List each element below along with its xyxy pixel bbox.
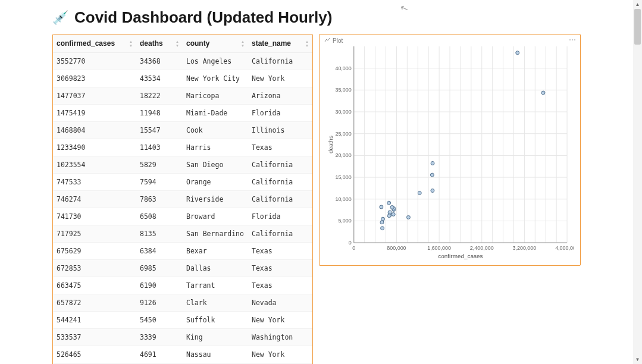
cell-confirmed_cases: 663475 [53, 277, 136, 294]
table-row[interactable]: 7179258135San BernardinoCalifornia [53, 225, 312, 243]
sort-icon[interactable]: ▲▼ [305, 40, 309, 48]
cell-state_name: Illinois [248, 122, 312, 139]
cell-confirmed_cases: 675629 [53, 243, 136, 260]
cell-county: Miami-Dade [183, 105, 248, 122]
sort-icon[interactable]: ▲▼ [241, 40, 245, 48]
scatter-point [541, 91, 545, 95]
scroll-thumb[interactable] [634, 9, 641, 45]
table-row[interactable]: 10235545829San DiegoCalifornia [53, 156, 312, 174]
sort-icon[interactable]: ▲▼ [176, 40, 179, 48]
cell-state_name: Florida [248, 105, 312, 122]
cell-deaths: 7594 [136, 174, 183, 191]
data-table: confirmed_cases ▲▼ deaths ▲▼ county ▲▼ [53, 34, 312, 364]
page-title-row: 💉 Covid Dashboard (Updated Hourly) [52, 8, 642, 27]
scroll-down-icon[interactable]: ▼ [633, 355, 642, 364]
cell-deaths: 18222 [136, 87, 183, 105]
syringe-icon: 💉 [52, 11, 68, 24]
cell-state_name: Texas [248, 139, 312, 156]
cell-deaths: 5829 [136, 156, 183, 174]
col-header-state-name[interactable]: state_name ▲▼ [248, 34, 312, 53]
cell-deaths: 6508 [136, 208, 183, 225]
table-row[interactable]: 123349011403HarrisTexas [53, 139, 312, 156]
cell-state_name: California [248, 191, 312, 208]
cell-confirmed_cases: 526465 [53, 346, 136, 363]
scatter-point [380, 205, 383, 209]
col-header-deaths[interactable]: deaths ▲▼ [136, 34, 183, 53]
svg-text:40,000: 40,000 [335, 65, 351, 71]
cell-confirmed_cases: 1233490 [53, 139, 136, 156]
scatter-point [516, 51, 519, 55]
svg-text:0: 0 [352, 245, 355, 251]
svg-text:35,000: 35,000 [335, 87, 351, 93]
sort-icon[interactable]: ▲▼ [129, 40, 133, 48]
svg-text:20,000: 20,000 [335, 152, 351, 158]
scatter-point [430, 173, 434, 177]
table-row[interactable]: 6634756190TarrantTexas [53, 277, 312, 294]
cell-county: Bexar [183, 243, 248, 260]
table-row[interactable]: 355277034368Los AngelesCalifornia [53, 53, 312, 70]
cell-state_name: Washington [248, 329, 312, 346]
cell-county: New York City [183, 70, 248, 87]
table-row[interactable]: 5264654691NassauNew York [53, 346, 312, 363]
cell-state_name: Texas [248, 260, 312, 277]
scroll-up-icon[interactable]: ▲ [633, 0, 642, 9]
svg-text:confirmed_cases: confirmed_cases [438, 253, 483, 259]
cell-state_name: Nevada [248, 294, 312, 312]
svg-text:5,000: 5,000 [338, 218, 351, 224]
svg-text:25,000: 25,000 [335, 131, 351, 137]
cell-state_name: New York [248, 70, 312, 87]
scatter-point [406, 215, 410, 219]
col-header-label: county [186, 39, 209, 48]
scatter-point [392, 212, 395, 216]
cell-confirmed_cases: 1023554 [53, 156, 136, 174]
table-row[interactable]: 147541911948Miami-DadeFlorida [53, 105, 312, 122]
scatter-point [431, 189, 434, 193]
cell-confirmed_cases: 1468804 [53, 122, 136, 139]
cell-deaths: 11403 [136, 139, 183, 156]
cell-county: Los Angeles [183, 53, 248, 70]
col-header-county[interactable]: county ▲▼ [183, 34, 248, 53]
cell-county: Tarrant [183, 277, 248, 294]
table-row[interactable]: 7475337594OrangeCalifornia [53, 174, 312, 191]
cell-state_name: New York [248, 312, 312, 329]
table-row[interactable]: 306982343534New York CityNew York [53, 70, 312, 87]
table-row[interactable]: 147703718222MaricopaArizona [53, 87, 312, 105]
cell-county: King [183, 329, 248, 346]
cell-deaths: 8135 [136, 225, 183, 243]
cell-state_name: Texas [248, 243, 312, 260]
col-header-label: state_name [252, 39, 291, 48]
table-row[interactable]: 6728536985DallasTexas [53, 260, 312, 277]
cell-state_name: Texas [248, 277, 312, 294]
chart-area: 05,00010,00015,00020,00025,00030,00035,0… [325, 43, 574, 259]
table-row[interactable]: 7417306508BrowardFlorida [53, 208, 312, 225]
svg-text:10,000: 10,000 [335, 196, 351, 202]
scatter-point [418, 192, 421, 195]
cell-deaths: 6384 [136, 243, 183, 260]
svg-text:2,400,000: 2,400,000 [470, 245, 494, 251]
table-row[interactable]: 6578729126ClarkNevada [53, 294, 312, 312]
table-row[interactable]: 146880415547CookIllinois [53, 122, 312, 139]
scatter-point [387, 214, 391, 218]
scatter-point [388, 211, 392, 214]
plot-panel[interactable]: Plot ⋯ 05,00010,00015,00020,00025,00030,… [319, 34, 581, 266]
cell-deaths: 6985 [136, 260, 183, 277]
col-header-confirmed-cases[interactable]: confirmed_cases ▲▼ [53, 34, 136, 53]
cell-state_name: Arizona [248, 87, 312, 105]
table-panel[interactable]: confirmed_cases ▲▼ deaths ▲▼ county ▲▼ [52, 34, 313, 364]
cell-confirmed_cases: 1475419 [53, 105, 136, 122]
cell-confirmed_cases: 3552770 [53, 53, 136, 70]
table-row[interactable]: 6756296384BexarTexas [53, 243, 312, 260]
col-header-label: confirmed_cases [57, 39, 115, 48]
cell-county: Dallas [183, 260, 248, 277]
table-row[interactable]: 5335373339KingWashington [53, 329, 312, 346]
scatter-point [431, 161, 434, 165]
cell-county: Harris [183, 139, 248, 156]
vertical-scrollbar[interactable]: ▲ ▼ [633, 0, 642, 364]
table-row[interactable]: 5442415450SuffolkNew York [53, 312, 312, 329]
cell-county: San Diego [183, 156, 248, 174]
cell-state_name: Florida [248, 208, 312, 225]
cell-deaths: 43534 [136, 70, 183, 87]
cell-state_name: California [248, 174, 312, 191]
cell-county: Riverside [183, 191, 248, 208]
table-row[interactable]: 7462747863RiversideCalifornia [53, 191, 312, 208]
